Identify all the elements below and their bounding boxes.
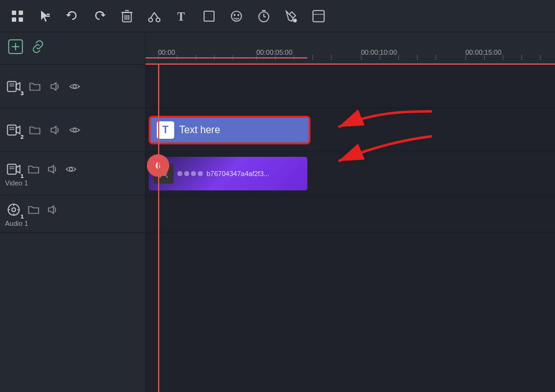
text-clip-label: Text here [179, 124, 220, 136]
video-track-2-icon: 2 [5, 121, 22, 139]
dot-2 [184, 171, 189, 176]
ruler-ticks: 00:00 00:00:05:00 00:00:10:00 00:00:15:0… [146, 32, 555, 60]
delete-button[interactable] [114, 4, 139, 29]
svg-point-23 [293, 19, 297, 22]
video-clip-filename: b76704347a4af2f3... [207, 170, 269, 177]
audio-track-timeline[interactable] [146, 195, 555, 233]
svg-line-13 [154, 12, 158, 18]
track-1-folder-icon[interactable] [26, 162, 41, 177]
tick-13 [417, 55, 417, 60]
svg-rect-37 [7, 164, 16, 174]
audio-1-volume-icon[interactable] [45, 202, 60, 217]
video-1-label: Video 1 [5, 179, 140, 187]
svg-rect-29 [7, 82, 16, 91]
track-2-volume-icon[interactable] [47, 123, 62, 138]
track-row-3: 3 [0, 65, 145, 108]
svg-point-32 [73, 85, 77, 88]
tick-8 [312, 55, 313, 60]
video-track-1-icon: 1 [5, 161, 22, 178]
ruler-time-0: 00:00 [158, 49, 175, 56]
track-3-badge: 3 [21, 90, 24, 96]
track-2-badge: 2 [21, 134, 24, 140]
tick-14 [436, 55, 436, 60]
track-1-eye-icon[interactable] [63, 162, 78, 177]
tick-9 [331, 55, 332, 60]
track-3-volume-icon[interactable] [47, 79, 62, 94]
main-area: 3 [0, 32, 555, 392]
video-clip-inner: b76704347a4af2f3... [149, 157, 307, 190]
effects-button[interactable] [224, 4, 249, 29]
undo-button[interactable] [60, 4, 85, 29]
track-1-icons: 1 [5, 161, 140, 178]
track-1-volume-icon[interactable] [45, 162, 60, 177]
svg-point-11 [156, 18, 160, 22]
svg-rect-2 [12, 17, 16, 22]
more-button[interactable] [306, 4, 331, 29]
playhead-progress [146, 57, 307, 58]
timer-button[interactable] [251, 4, 276, 29]
text-clip-icon: T [157, 121, 174, 139]
track-row-2: 2 [0, 108, 145, 152]
tick-16 [484, 55, 485, 60]
svg-text:T: T [177, 11, 185, 23]
tick-10 [361, 55, 361, 60]
track-3-timeline[interactable] [146, 65, 555, 108]
timeline-tracks: 6 T Text here [146, 65, 555, 392]
track-row-audio-1: 1 Audio 1 [0, 195, 145, 233]
track-3-eye-icon[interactable] [67, 79, 82, 94]
select-button[interactable] [32, 4, 57, 29]
playhead-line [158, 65, 159, 392]
svg-point-18 [238, 14, 240, 16]
cut-button[interactable] [142, 4, 167, 29]
tick-17 [503, 55, 503, 60]
video-clip-dots [177, 171, 203, 176]
svg-rect-15 [204, 11, 214, 21]
tick-19 [540, 55, 541, 60]
timeline-area: 00:00 00:00:05:00 00:00:10:00 00:00:15:0… [146, 32, 555, 392]
audio-1-label-col: 1 Audio 1 [5, 201, 140, 227]
audio-1-label: Audio 1 [5, 220, 140, 227]
video-1-label-col: 1 [5, 161, 140, 187]
audio-1-folder-icon[interactable] [26, 202, 41, 217]
track-2-eye-icon[interactable] [67, 123, 82, 138]
audio-1-badge: 1 [21, 213, 24, 220]
dot-4 [198, 171, 203, 176]
tick-18 [521, 55, 522, 60]
tick-12 [398, 55, 399, 60]
dot-3 [191, 171, 196, 176]
track-controls: 3 [0, 32, 146, 392]
video-clip[interactable]: b76704347a4af2f3... [149, 157, 307, 190]
track-2-folder-icon[interactable] [27, 123, 42, 138]
svg-rect-33 [7, 125, 16, 135]
audio-track-1-icon: 1 [5, 201, 22, 218]
paint-button[interactable] [279, 4, 304, 29]
redo-button[interactable] [87, 4, 112, 29]
link-icon[interactable] [31, 40, 45, 57]
tick-11 [380, 55, 380, 60]
track-1-badge: 1 [21, 173, 24, 179]
svg-rect-3 [19, 17, 23, 22]
track-2-timeline[interactable]: T Text here [146, 108, 555, 152]
add-track-icon[interactable] [7, 39, 24, 58]
tick-15 [465, 55, 466, 60]
svg-point-17 [234, 14, 236, 16]
track-3-folder-icon[interactable] [27, 79, 42, 94]
audio-1-icons: 1 [5, 201, 140, 218]
grid-button[interactable] [5, 4, 30, 29]
text-button[interactable]: T [169, 4, 194, 29]
dot-1 [177, 171, 182, 176]
svg-point-42 [12, 208, 16, 212]
svg-point-40 [70, 167, 73, 170]
text-clip[interactable]: T Text here [149, 116, 310, 144]
svg-point-16 [231, 11, 241, 21]
svg-point-36 [73, 128, 77, 131]
track-1-timeline[interactable]: b76704347a4af2f3... [146, 152, 555, 195]
toolbar: T [0, 0, 555, 32]
video-track-3-icon: 3 [5, 78, 22, 95]
svg-line-12 [151, 12, 154, 18]
track-row-1: 1 [0, 152, 145, 195]
svg-point-10 [149, 18, 152, 22]
timeline-ruler: 00:00 00:00:05:00 00:00:10:00 00:00:15:0… [146, 32, 555, 65]
svg-rect-24 [313, 11, 324, 22]
crop-button[interactable] [197, 4, 222, 29]
